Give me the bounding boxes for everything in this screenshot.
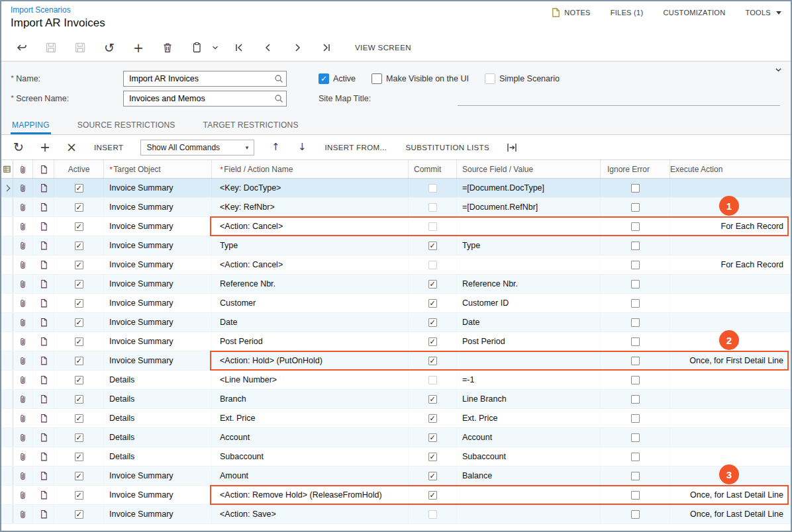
table-row[interactable]: Invoice Summary <Key: RefNbr> =[Document… bbox=[1, 198, 791, 217]
cell-field-action-name[interactable]: <Key: DocType> bbox=[212, 179, 409, 197]
cell-execute-action[interactable] bbox=[670, 390, 791, 408]
row-attachment-cell[interactable] bbox=[13, 294, 33, 312]
row-attachment-cell[interactable] bbox=[13, 332, 33, 351]
ignore-error-checkbox[interactable] bbox=[631, 299, 640, 308]
simple-scenario-checkbox[interactable] bbox=[485, 73, 495, 84]
cell-execute-action[interactable]: For Each Record bbox=[670, 217, 791, 236]
row-note-cell[interactable] bbox=[33, 275, 54, 293]
active-checkbox[interactable] bbox=[75, 280, 83, 288]
row-attachment-cell[interactable] bbox=[13, 198, 33, 216]
table-row[interactable]: Invoice Summary <Action: Remove Hold> (R… bbox=[1, 486, 791, 505]
active-option[interactable]: Active bbox=[319, 73, 356, 84]
go-previous-button[interactable] bbox=[257, 38, 279, 57]
cell-execute-action[interactable] bbox=[670, 428, 791, 447]
cell-execute-action[interactable]: For Each Record bbox=[670, 255, 791, 274]
cell-field-action-name[interactable]: Subaccount bbox=[212, 447, 409, 466]
cell-source-field-value[interactable]: Line Branch bbox=[457, 390, 601, 408]
row-note-cell[interactable] bbox=[33, 505, 54, 523]
cell-field-action-name[interactable]: <Action: Cancel> bbox=[212, 255, 409, 274]
column-header-active[interactable]: Active bbox=[54, 160, 104, 178]
column-header-commit[interactable]: Commit bbox=[409, 160, 457, 178]
active-checkbox[interactable] bbox=[319, 73, 329, 84]
screen-name-lookup-button[interactable] bbox=[274, 94, 283, 105]
ignore-error-checkbox[interactable] bbox=[631, 453, 640, 461]
undo-button[interactable]: ↺ bbox=[98, 38, 121, 57]
name-lookup-button[interactable] bbox=[274, 74, 283, 85]
cell-field-action-name[interactable]: Type bbox=[212, 236, 409, 255]
cell-source-field-value[interactable] bbox=[457, 486, 601, 504]
row-attachment-cell[interactable] bbox=[13, 371, 33, 389]
clipboard-button[interactable] bbox=[185, 38, 208, 57]
cell-target-object[interactable]: Invoice Summary bbox=[104, 313, 212, 332]
cell-source-field-value[interactable]: Date bbox=[457, 313, 601, 332]
row-note-cell[interactable] bbox=[33, 351, 54, 370]
row-attachment-cell[interactable] bbox=[13, 505, 33, 523]
commands-dropdown[interactable]: Show All Commands ▾ bbox=[140, 140, 254, 155]
column-header-ignore-error[interactable]: Ignore Error bbox=[601, 160, 670, 178]
cell-execute-action[interactable] bbox=[670, 447, 791, 466]
save-button[interactable] bbox=[69, 38, 91, 57]
name-input[interactable] bbox=[123, 71, 287, 87]
ignore-error-checkbox[interactable] bbox=[631, 395, 640, 404]
active-checkbox[interactable] bbox=[75, 433, 83, 442]
refresh-button[interactable]: ↻ bbox=[8, 138, 29, 157]
table-row[interactable]: Invoice Summary Date Date bbox=[1, 313, 791, 332]
commit-checkbox[interactable] bbox=[428, 395, 437, 404]
table-row[interactable]: Invoice Summary Amount Balance bbox=[1, 466, 791, 486]
row-note-cell[interactable] bbox=[33, 294, 54, 312]
files-button[interactable]: FILES (1) bbox=[611, 9, 644, 17]
cell-field-action-name[interactable]: Branch bbox=[212, 390, 409, 408]
collapse-panel-button[interactable] bbox=[774, 66, 783, 76]
cell-execute-action[interactable] bbox=[670, 294, 791, 312]
view-screen-button[interactable]: VIEW SCREEN bbox=[355, 44, 411, 52]
cell-target-object[interactable]: Invoice Summary bbox=[104, 217, 212, 236]
row-note-cell[interactable] bbox=[33, 332, 54, 351]
cell-target-object[interactable]: Invoice Summary bbox=[104, 486, 212, 504]
ignore-error-checkbox[interactable] bbox=[631, 510, 640, 519]
cell-target-object[interactable]: Invoice Summary bbox=[104, 466, 212, 485]
make-visible-checkbox[interactable] bbox=[371, 73, 382, 84]
active-checkbox[interactable] bbox=[75, 453, 83, 461]
ignore-error-checkbox[interactable] bbox=[631, 261, 640, 269]
row-note-cell[interactable] bbox=[33, 236, 54, 255]
row-note-cell[interactable] bbox=[33, 198, 54, 216]
ignore-error-checkbox[interactable] bbox=[631, 491, 640, 500]
table-row[interactable]: Invoice Summary Customer Customer ID bbox=[1, 294, 791, 313]
cell-source-field-value[interactable]: Post Period bbox=[457, 332, 601, 351]
cell-source-field-value[interactable]: Account bbox=[457, 428, 601, 447]
table-row[interactable]: Invoice Summary <Action: Save> Once, for… bbox=[1, 505, 791, 524]
commit-checkbox[interactable] bbox=[428, 184, 437, 193]
ignore-error-checkbox[interactable] bbox=[631, 222, 640, 231]
commit-checkbox[interactable] bbox=[428, 376, 437, 384]
cell-target-object[interactable]: Details bbox=[104, 428, 212, 447]
commit-checkbox[interactable] bbox=[428, 318, 437, 327]
commit-checkbox[interactable] bbox=[428, 242, 437, 250]
ignore-error-checkbox[interactable] bbox=[631, 414, 640, 423]
breadcrumb[interactable]: Import Scenarios bbox=[11, 5, 71, 15]
commit-checkbox[interactable] bbox=[428, 433, 437, 442]
commit-checkbox[interactable] bbox=[428, 510, 437, 519]
notes-button[interactable]: NOTES bbox=[552, 8, 590, 17]
commit-checkbox[interactable] bbox=[428, 222, 437, 231]
cell-target-object[interactable]: Invoice Summary bbox=[104, 198, 212, 216]
tools-menu-button[interactable]: TOOLS bbox=[745, 9, 781, 17]
active-checkbox[interactable] bbox=[75, 203, 83, 212]
row-attachment-cell[interactable] bbox=[13, 255, 33, 274]
commit-checkbox[interactable] bbox=[428, 299, 437, 308]
cell-field-action-name[interactable]: Reference Nbr. bbox=[212, 275, 409, 293]
move-row-up-button[interactable]: ↑ bbox=[265, 138, 286, 157]
attachments-column-header[interactable] bbox=[13, 160, 33, 178]
active-checkbox[interactable] bbox=[75, 472, 83, 480]
ignore-error-checkbox[interactable] bbox=[631, 280, 640, 288]
table-row[interactable]: Details Account Account bbox=[1, 428, 791, 447]
row-attachment-cell[interactable] bbox=[13, 275, 33, 293]
ignore-error-checkbox[interactable] bbox=[631, 203, 640, 212]
commit-checkbox[interactable] bbox=[428, 414, 437, 423]
cell-source-field-value[interactable]: =[Document.DocType] bbox=[457, 179, 601, 197]
ignore-error-checkbox[interactable] bbox=[631, 376, 640, 384]
cell-target-object[interactable]: Invoice Summary bbox=[104, 294, 212, 312]
row-attachment-cell[interactable] bbox=[13, 409, 33, 427]
cell-execute-action[interactable] bbox=[670, 236, 791, 255]
cell-execute-action[interactable] bbox=[670, 409, 791, 427]
cell-field-action-name[interactable]: Date bbox=[212, 313, 409, 332]
